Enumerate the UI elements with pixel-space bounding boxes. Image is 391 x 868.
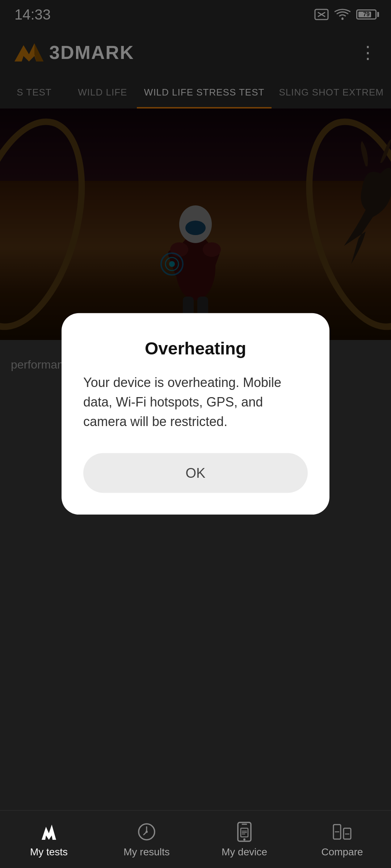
my-device-icon xyxy=(234,821,255,843)
my-tests-icon xyxy=(38,821,60,843)
bottom-nav-my-device[interactable]: My device xyxy=(196,821,293,858)
bottom-nav-my-results[interactable]: My results xyxy=(98,821,196,858)
dialog-ok-button[interactable]: OK xyxy=(83,453,308,493)
compare-label: Compare xyxy=(321,846,363,858)
my-results-label: My results xyxy=(123,846,170,858)
svg-point-27 xyxy=(243,838,245,841)
dialog-message: Your device is overheating. Mobile data,… xyxy=(83,373,308,431)
my-results-icon xyxy=(136,821,157,843)
dialog-title: Overheating xyxy=(83,339,308,358)
my-tests-label: My tests xyxy=(30,846,68,858)
compare-icon xyxy=(331,821,353,843)
svg-point-20 xyxy=(146,831,148,833)
dialog-overlay: Overheating Your device is overheating. … xyxy=(0,0,391,868)
overheating-dialog: Overheating Your device is overheating. … xyxy=(62,313,329,515)
bottom-nav: My tests My results M xyxy=(0,810,391,868)
svg-marker-18 xyxy=(42,825,56,840)
bottom-nav-my-tests[interactable]: My tests xyxy=(0,821,98,858)
my-device-label: My device xyxy=(222,846,267,858)
bottom-nav-compare[interactable]: Compare xyxy=(293,821,391,858)
